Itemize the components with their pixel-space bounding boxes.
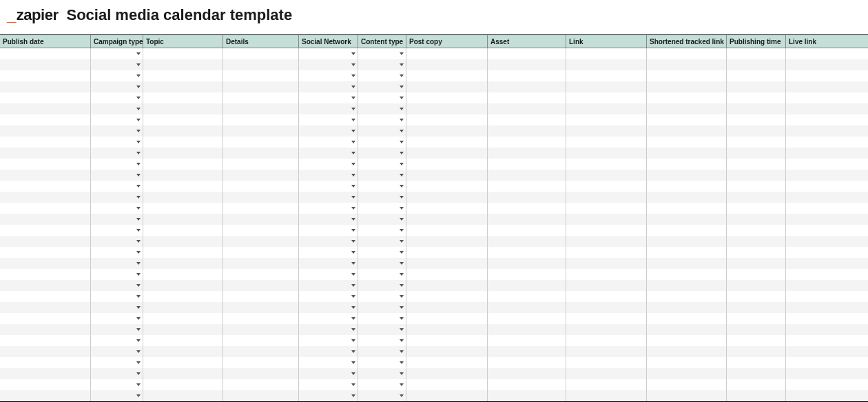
cell[interactable] xyxy=(223,225,299,236)
dropdown-cell[interactable] xyxy=(358,291,406,302)
dropdown-cell[interactable] xyxy=(91,170,143,181)
cell[interactable] xyxy=(223,59,299,70)
cell[interactable] xyxy=(488,390,566,401)
cell[interactable] xyxy=(647,302,727,313)
cell[interactable] xyxy=(223,92,299,103)
cell[interactable] xyxy=(0,181,91,192)
cell[interactable] xyxy=(647,225,727,236)
cell[interactable] xyxy=(143,313,223,324)
cell[interactable] xyxy=(786,159,868,170)
dropdown-cell[interactable] xyxy=(358,346,406,357)
cell[interactable] xyxy=(0,225,91,236)
cell[interactable] xyxy=(488,258,566,269)
cell[interactable] xyxy=(406,81,488,92)
cell[interactable] xyxy=(566,258,647,269)
cell[interactable] xyxy=(223,390,299,401)
cell[interactable] xyxy=(786,114,868,125)
cell[interactable] xyxy=(647,236,727,247)
cell[interactable] xyxy=(566,81,647,92)
cell[interactable] xyxy=(566,137,647,148)
cell[interactable] xyxy=(786,269,868,280)
cell[interactable] xyxy=(786,170,868,181)
cell[interactable] xyxy=(488,92,566,103)
dropdown-cell[interactable] xyxy=(299,137,358,148)
dropdown-cell[interactable] xyxy=(91,125,143,137)
cell[interactable] xyxy=(488,103,566,114)
cell[interactable] xyxy=(0,390,91,401)
cell[interactable] xyxy=(727,313,786,324)
cell[interactable] xyxy=(647,291,727,302)
cell[interactable] xyxy=(727,357,786,368)
cell[interactable] xyxy=(223,103,299,114)
cell[interactable] xyxy=(223,357,299,368)
cell[interactable] xyxy=(786,291,868,302)
cell[interactable] xyxy=(406,379,488,390)
cell[interactable] xyxy=(727,103,786,114)
dropdown-cell[interactable] xyxy=(299,291,358,302)
dropdown-cell[interactable] xyxy=(91,148,143,159)
dropdown-cell[interactable] xyxy=(358,114,406,125)
cell[interactable] xyxy=(647,280,727,291)
dropdown-cell[interactable] xyxy=(358,236,406,247)
cell[interactable] xyxy=(647,390,727,401)
cell[interactable] xyxy=(406,346,488,357)
cell[interactable] xyxy=(488,302,566,313)
cell[interactable] xyxy=(143,181,223,192)
cell[interactable] xyxy=(566,291,647,302)
dropdown-cell[interactable] xyxy=(91,379,143,390)
cell[interactable] xyxy=(786,48,868,59)
cell[interactable] xyxy=(488,236,566,247)
dropdown-cell[interactable] xyxy=(299,214,358,225)
cell[interactable] xyxy=(223,203,299,214)
cell[interactable] xyxy=(786,103,868,114)
cell[interactable] xyxy=(406,181,488,192)
cell[interactable] xyxy=(566,346,647,357)
cell[interactable] xyxy=(223,335,299,346)
dropdown-cell[interactable] xyxy=(358,70,406,81)
dropdown-cell[interactable] xyxy=(299,335,358,346)
cell[interactable] xyxy=(223,313,299,324)
dropdown-cell[interactable] xyxy=(358,181,406,192)
cell[interactable] xyxy=(406,48,488,59)
cell[interactable] xyxy=(647,148,727,159)
cell[interactable] xyxy=(786,192,868,203)
cell[interactable] xyxy=(727,170,786,181)
cell[interactable] xyxy=(143,114,223,125)
cell[interactable] xyxy=(406,114,488,125)
cell[interactable] xyxy=(406,59,488,70)
cell[interactable] xyxy=(143,302,223,313)
cell[interactable] xyxy=(786,258,868,269)
cell[interactable] xyxy=(0,103,91,114)
cell[interactable] xyxy=(566,214,647,225)
cell[interactable] xyxy=(488,280,566,291)
cell[interactable] xyxy=(786,324,868,335)
cell[interactable] xyxy=(488,59,566,70)
cell[interactable] xyxy=(223,302,299,313)
cell[interactable] xyxy=(727,181,786,192)
cell[interactable] xyxy=(786,335,868,346)
dropdown-cell[interactable] xyxy=(91,280,143,291)
cell[interactable] xyxy=(727,48,786,59)
cell[interactable] xyxy=(223,346,299,357)
dropdown-cell[interactable] xyxy=(299,81,358,92)
dropdown-cell[interactable] xyxy=(299,357,358,368)
cell[interactable] xyxy=(223,159,299,170)
cell[interactable] xyxy=(647,357,727,368)
cell[interactable] xyxy=(488,313,566,324)
cell[interactable] xyxy=(223,368,299,379)
cell[interactable] xyxy=(786,313,868,324)
dropdown-cell[interactable] xyxy=(299,70,358,81)
cell[interactable] xyxy=(786,125,868,137)
cell[interactable] xyxy=(647,137,727,148)
cell[interactable] xyxy=(406,214,488,225)
cell[interactable] xyxy=(727,214,786,225)
cell[interactable] xyxy=(566,236,647,247)
cell[interactable] xyxy=(727,335,786,346)
cell[interactable] xyxy=(0,203,91,214)
cell[interactable] xyxy=(223,81,299,92)
cell[interactable] xyxy=(566,379,647,390)
dropdown-cell[interactable] xyxy=(91,103,143,114)
cell[interactable] xyxy=(0,247,91,258)
cell[interactable] xyxy=(223,258,299,269)
dropdown-cell[interactable] xyxy=(358,368,406,379)
